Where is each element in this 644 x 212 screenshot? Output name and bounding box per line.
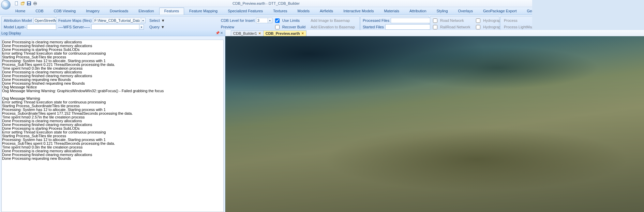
app-menu-orb[interactable] bbox=[1, 0, 11, 10]
dropdown-icon[interactable]: ▼ bbox=[161, 18, 165, 23]
tab-elevation[interactable]: Elevation bbox=[133, 8, 159, 15]
lbl-preview[interactable]: Preview bbox=[220, 25, 235, 29]
tab-feature-mapping[interactable]: Feature Mapping bbox=[184, 8, 223, 15]
pin-icon[interactable]: 📌 bbox=[215, 31, 220, 35]
svg-rect-2 bbox=[28, 2, 30, 3]
add-elevation-basemap-button[interactable]: Add Elevation to Basemap bbox=[309, 24, 358, 30]
tab-attribution[interactable]: Attribution bbox=[404, 8, 432, 15]
save-icon[interactable] bbox=[26, 1, 32, 6]
quick-access-toolbar bbox=[1, 0, 38, 8]
log-display-pane: Log Display 📌 ✕ Done Processing is clear… bbox=[0, 30, 225, 178]
close-tab-icon[interactable]: ✕ bbox=[301, 32, 304, 35]
log-title: Log Display bbox=[1, 31, 215, 35]
log-header: Log Display 📌 ✕ bbox=[0, 30, 225, 36]
tab-imagery[interactable]: Imagery bbox=[81, 8, 105, 15]
title-bar: CDB_Preview.earth - DTT_CDB_Builder bbox=[0, 0, 532, 7]
dropdown-icon[interactable]: ▼ bbox=[161, 25, 165, 29]
lbl-query[interactable]: Query bbox=[149, 25, 160, 29]
tab-features[interactable]: Features bbox=[159, 8, 184, 15]
print-icon[interactable] bbox=[32, 1, 38, 6]
use-limits-checkbox[interactable] bbox=[275, 18, 280, 23]
tab-cdb-viewing[interactable]: CDB Viewing bbox=[49, 8, 81, 15]
document-tabs: CDB_Builder1✕CDB_Preview.earth✕ bbox=[225, 30, 532, 36]
lbl-wfs-server: ----WFS Server----- bbox=[58, 25, 91, 29]
close-icon[interactable]: ✕ bbox=[220, 31, 224, 35]
svg-rect-6 bbox=[34, 4, 36, 5]
railroad-network-checkbox[interactable] bbox=[433, 25, 437, 29]
svg-rect-3 bbox=[28, 4, 30, 5]
tab-textures[interactable]: Textures bbox=[268, 8, 293, 15]
hydrography-network-checkbox[interactable] bbox=[476, 18, 480, 23]
recover-build-checkbox[interactable] bbox=[275, 25, 280, 29]
tab-models[interactable]: Models bbox=[293, 8, 315, 15]
new-icon[interactable] bbox=[14, 1, 19, 6]
add-image-basemap-button[interactable]: Add Image to Basemap bbox=[309, 17, 358, 24]
tab-materials[interactable]: Materials bbox=[379, 8, 404, 15]
ribbon-tabs: HomeCDBCDB ViewingImageryDownloadsElevat… bbox=[0, 7, 532, 15]
lbl-attribution-model: Attribution Model bbox=[3, 18, 33, 23]
dropdown-icon[interactable]: ▼ bbox=[139, 24, 144, 30]
tab-airfields[interactable]: Airfields bbox=[315, 8, 338, 15]
lbl-started-files: Started Files bbox=[362, 25, 385, 29]
tab-styling[interactable]: Styling bbox=[432, 8, 453, 15]
road-network-checkbox[interactable] bbox=[433, 18, 437, 23]
tab-geopackage-export[interactable]: GeoPackage Export bbox=[478, 8, 522, 15]
lbl-feature-maps: Feature Maps (files) bbox=[58, 18, 92, 23]
content-area: Log Display 📌 ✕ Done Processing is clear… bbox=[0, 30, 532, 178]
view-pane: CDB_Builder1✕CDB_Preview.earth✕ bbox=[225, 30, 532, 178]
log-text-area[interactable]: Done Processing is clearing memory alloc… bbox=[1, 40, 224, 178]
hydrography-area-checkbox[interactable] bbox=[476, 25, 480, 29]
wfs-server-combo[interactable] bbox=[91, 24, 139, 30]
app-title: CDB_Preview.earth - DTT_CDB_Builder bbox=[233, 1, 300, 5]
document-tab[interactable]: CDB_Preview.earth✕ bbox=[263, 30, 306, 36]
svg-rect-5 bbox=[34, 2, 36, 3]
lbl-recover-build: Recover Build bbox=[282, 25, 306, 29]
lbl-select[interactable]: Select bbox=[149, 18, 161, 23]
lbl-use-limits: Use Limits bbox=[282, 18, 300, 23]
open-icon[interactable] bbox=[20, 1, 26, 6]
process-button-2[interactable]: Process bbox=[502, 17, 532, 24]
dropdown-icon[interactable]: ▼ bbox=[268, 18, 272, 23]
lbl-model-layer: Model Layer- bbox=[3, 25, 26, 29]
lbl-processed-files: Processed Files bbox=[362, 18, 390, 23]
close-tab-icon[interactable]: ✕ bbox=[258, 32, 261, 35]
tab-geopackage-import[interactable]: GeoPackage Import bbox=[522, 8, 532, 15]
tab-interactive-models[interactable]: Interactive Models bbox=[338, 8, 379, 15]
tab-overlays[interactable]: Overlays bbox=[453, 8, 478, 15]
3d-viewport[interactable] bbox=[225, 36, 532, 178]
lbl-cdb-level: CDB Level for Insert bbox=[220, 18, 255, 23]
process-lightmap-button[interactable]: Process LightMap bbox=[502, 24, 532, 30]
feature-maps-files-combo[interactable] bbox=[93, 18, 141, 23]
dropdown-icon[interactable]: ▼ bbox=[141, 18, 146, 23]
tab-downloads[interactable]: Downloads bbox=[105, 8, 133, 15]
tab-specialized-features[interactable]: Specialized Features bbox=[223, 8, 268, 15]
tab-cdb[interactable]: CDB bbox=[30, 8, 48, 15]
tab-home[interactable]: Home bbox=[10, 8, 30, 15]
document-tab[interactable]: CDB_Builder1✕ bbox=[231, 30, 264, 36]
cdb-level-insert-combo[interactable] bbox=[256, 18, 268, 23]
